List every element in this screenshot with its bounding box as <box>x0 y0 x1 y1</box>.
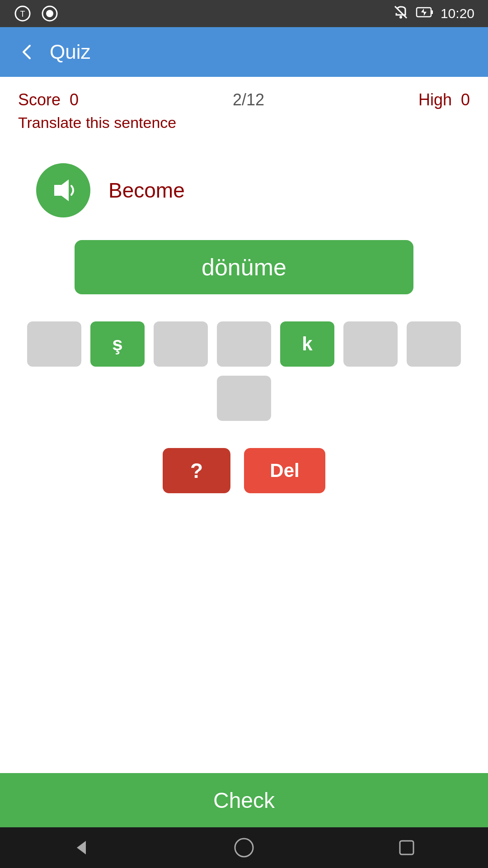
svg-point-10 <box>235 839 253 857</box>
tile-1-5[interactable]: k <box>280 321 334 367</box>
tile-1-1[interactable] <box>27 321 81 367</box>
svg-rect-7 <box>431 10 433 14</box>
content-wrapper: Score 0 2/12 High 0 Translate this sente… <box>0 77 488 827</box>
quiz-word: Become <box>108 178 185 203</box>
del-button[interactable]: Del <box>244 448 325 493</box>
notification-silent-icon <box>393 4 409 24</box>
tile-1-7[interactable] <box>407 321 461 367</box>
high-value: 0 <box>461 90 470 109</box>
app-bar: Quiz <box>0 27 488 77</box>
nav-recent-icon[interactable] <box>395 836 418 859</box>
hint-label: ? <box>190 458 203 483</box>
tile-2-1[interactable] <box>217 376 271 421</box>
app-title: Quiz <box>50 41 90 63</box>
nav-home-icon[interactable] <box>233 836 255 859</box>
status-bar: T 10:20 <box>0 0 488 27</box>
score-value: 0 <box>70 90 79 109</box>
tiles-row-1: ş k <box>27 321 461 367</box>
answer-box: dönüme <box>75 240 413 294</box>
svg-marker-9 <box>77 841 86 854</box>
score-label: Score <box>18 90 61 109</box>
del-label: Del <box>270 460 299 481</box>
main-content: Become dönüme ş k ? <box>0 145 488 827</box>
bottom-nav <box>0 827 488 868</box>
check-button[interactable]: Check <box>0 773 488 827</box>
score-row: Score 0 2/12 High 0 <box>0 77 488 114</box>
subtitle-area: Translate this sentence <box>0 114 488 145</box>
back-button[interactable] <box>14 38 41 66</box>
tile-1-4[interactable] <box>217 321 271 367</box>
action-buttons: ? Del <box>163 448 325 493</box>
answer-text: dönüme <box>202 254 286 281</box>
high-label: High <box>418 90 452 109</box>
tile-1-6[interactable] <box>343 321 398 367</box>
app-icon-1: T <box>14 5 32 23</box>
tile-1-2[interactable]: ş <box>90 321 145 367</box>
score-section: Score 0 <box>18 90 79 109</box>
sound-button[interactable] <box>36 163 90 217</box>
sound-icon <box>50 177 77 204</box>
svg-marker-8 <box>54 179 69 201</box>
translate-instruction: Translate this sentence <box>18 114 176 131</box>
tiles-row-2 <box>217 376 271 421</box>
progress-label: 2/12 <box>233 90 264 109</box>
time-display: 10:20 <box>441 6 474 21</box>
svg-point-3 <box>46 10 53 17</box>
tile-1-3[interactable] <box>154 321 208 367</box>
status-bar-left: T <box>14 5 59 23</box>
status-bar-right: 10:20 <box>393 4 474 24</box>
tiles-container: ş k <box>27 321 461 421</box>
battery-icon <box>416 4 434 24</box>
check-label: Check <box>213 788 275 813</box>
high-section: High 0 <box>418 90 470 109</box>
svg-text:T: T <box>20 9 25 19</box>
app-icon-2 <box>41 5 59 23</box>
word-row: Become <box>18 163 470 217</box>
nav-back-icon[interactable] <box>70 836 93 859</box>
svg-point-5 <box>399 16 402 19</box>
svg-rect-11 <box>400 841 413 854</box>
hint-button[interactable]: ? <box>163 448 230 493</box>
